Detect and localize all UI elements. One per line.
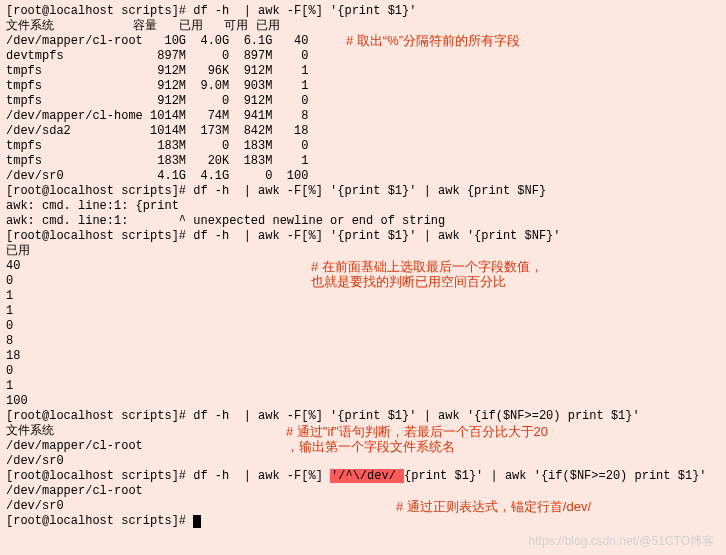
command-text: df -h | awk -F[%] '{print $1}' | awk '{p…	[193, 229, 560, 243]
command-text: df -h | awk -F[%]	[193, 469, 330, 483]
out-val: 1	[6, 289, 720, 304]
regex-highlight: '/^\/dev/	[330, 469, 404, 483]
df-row: tmpfs 912M 96K 912M 1	[6, 64, 720, 79]
cmd-line-3: [root@localhost scripts]# df -h | awk -F…	[6, 229, 720, 244]
out-val: /dev/sr0# 通过正则表达式，锚定行首/dev/	[6, 499, 720, 514]
out-val: 100	[6, 394, 720, 409]
out-val: 0	[6, 319, 720, 334]
df-row: tmpfs 183M 20K 183M 1	[6, 154, 720, 169]
out-val: 0	[6, 364, 720, 379]
cursor-icon	[193, 515, 201, 528]
annotation-2b: 也就是要找的判断已用空间百分比	[311, 274, 506, 289]
df-row: /dev/sda2 1014M 173M 842M 18	[6, 124, 720, 139]
out-val: 1	[6, 304, 720, 319]
out-header: 已用	[6, 244, 720, 259]
out-val: 18	[6, 349, 720, 364]
prompt: [root@localhost scripts]#	[6, 4, 193, 18]
out-val: /dev/mapper/cl-root，输出第一个字段文件系统名	[6, 439, 720, 454]
out-header: 文件系统# 通过"if"语句判断，若最后一个百分比大于20	[6, 424, 720, 439]
command-text: df -h | awk -F[%] '{print $1}'	[193, 4, 416, 18]
error-line: awk: cmd. line:1: {print	[6, 199, 720, 214]
df-row: tmpfs 912M 9.0M 903M 1	[6, 79, 720, 94]
out-val: /dev/sr0	[6, 454, 720, 469]
cmd-line-5: [root@localhost scripts]# df -h | awk -F…	[6, 469, 720, 484]
cmd-line-2: [root@localhost scripts]# df -h | awk -F…	[6, 184, 720, 199]
out-val: 40# 在前面基础上选取最后一个字段数值，	[6, 259, 720, 274]
df-row: tmpfs 912M 0 912M 0	[6, 94, 720, 109]
command-text: {print $1}' | awk '{if($NF>=20) print $1…	[404, 469, 706, 483]
df-row: /dev/sr0 4.1G 4.1G 0 100	[6, 169, 720, 184]
cmd-line-1: [root@localhost scripts]# df -h | awk -F…	[6, 4, 720, 19]
out-val: 0也就是要找的判断已用空间百分比	[6, 274, 720, 289]
cmd-line-4: [root@localhost scripts]# df -h | awk -F…	[6, 409, 720, 424]
df-row: /dev/mapper/cl-home 1014M 74M 941M 8	[6, 109, 720, 124]
df-header: 文件系统 容量 已用 可用 已用# 取出“%”分隔符前的所有字段	[6, 19, 720, 34]
annotation-3a: # 通过"if"语句判断，若最后一个百分比大于20	[286, 424, 548, 439]
df-row: devtmpfs 897M 0 897M 0	[6, 49, 720, 64]
error-line: awk: cmd. line:1: ^ unexpected newline o…	[6, 214, 720, 229]
command-text: df -h | awk -F[%] '{print $1}' | awk '{i…	[193, 409, 639, 423]
annotation-2a: # 在前面基础上选取最后一个字段数值，	[311, 259, 543, 274]
annotation-3b: ，输出第一个字段文件系统名	[286, 439, 455, 454]
df-row: tmpfs 183M 0 183M 0	[6, 139, 720, 154]
annotation-4: # 通过正则表达式，锚定行首/dev/	[396, 499, 591, 514]
out-val: 8	[6, 334, 720, 349]
cmd-line-prompt[interactable]: [root@localhost scripts]#	[6, 514, 720, 529]
out-val: 1	[6, 379, 720, 394]
df-row: /dev/mapper/cl-root 10G 4.0G 6.1G 40	[6, 34, 720, 49]
command-text: df -h | awk -F[%] '{print $1}' | awk {pr…	[193, 184, 546, 198]
out-val: /dev/mapper/cl-root	[6, 484, 720, 499]
